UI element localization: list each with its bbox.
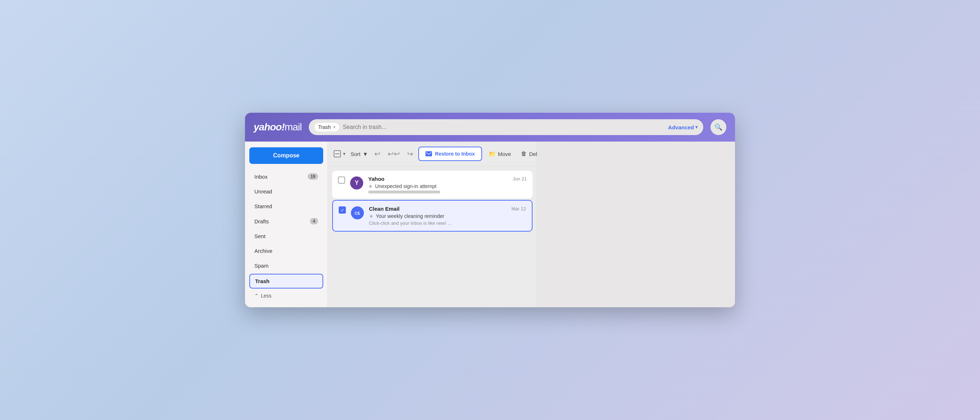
select-all-button[interactable]: ▼ xyxy=(334,150,346,158)
sidebar-item-label: Trash xyxy=(255,278,269,284)
sidebar-item-trash[interactable]: Trash xyxy=(249,274,323,288)
restore-label: Restore to Inbox xyxy=(435,151,474,157)
sidebar-item-label: Inbox xyxy=(255,173,268,180)
chevron-up-icon: ⌃ xyxy=(255,293,259,299)
email-avatar-2: CE xyxy=(351,207,364,220)
move-button[interactable]: 📁 Move xyxy=(485,148,515,160)
email-item-2[interactable]: ✓ CE Clean Email Mar 12 xyxy=(332,200,533,232)
sidebar-item-sent[interactable]: Sent xyxy=(249,229,323,243)
email-content-2: Clean Email Mar 12 ★ Your weekly cleanin… xyxy=(369,206,526,226)
yahoo-mail-logo: yahoo!mail xyxy=(254,121,302,133)
move-label: Move xyxy=(498,151,511,157)
email-subject-1: Unexpected sign-in attempt xyxy=(375,183,436,189)
restore-to-inbox-button[interactable]: Restore to Inbox xyxy=(418,146,482,161)
checkmark-icon: ✓ xyxy=(340,208,344,213)
compose-button[interactable]: Compose xyxy=(249,147,323,164)
sort-button[interactable]: Sort ▼ xyxy=(350,151,368,157)
email-item-1[interactable]: Y Yahoo Jun 21 ★ Unexpected sign-in atte… xyxy=(332,171,533,199)
star-icon-1[interactable]: ★ xyxy=(368,183,373,189)
email-subject-row-1: ★ Unexpected sign-in attempt xyxy=(368,183,527,189)
sidebar-item-label: Drafts xyxy=(255,218,269,224)
email-preview-bar-1 xyxy=(368,191,440,193)
email-avatar-1: Y xyxy=(350,177,363,189)
email-subject-row-2: ★ Your weekly cleaning reminder xyxy=(369,213,526,219)
sidebar-item-label: Archive xyxy=(255,248,272,254)
yahoo-text: yahoo! xyxy=(254,121,285,132)
email-preview-2: Click-click and your Inbox is like new! … xyxy=(369,220,526,226)
star-icon-2[interactable]: ★ xyxy=(369,213,374,219)
search-tag-close[interactable]: × xyxy=(333,125,336,130)
sidebar-item-label: Sent xyxy=(255,233,266,239)
reply-button[interactable]: ↩ xyxy=(372,147,383,160)
search-input[interactable] xyxy=(343,124,664,130)
sidebar-item-archive[interactable]: Archive xyxy=(249,244,323,258)
preview-pane xyxy=(537,142,735,307)
email-sender-2: Clean Email xyxy=(369,206,399,212)
reply-all-button[interactable]: ↩↩ xyxy=(385,147,402,160)
forward-button[interactable]: ↪ xyxy=(405,147,415,160)
email-list: Y Yahoo Jun 21 ★ Unexpected sign-in atte… xyxy=(328,166,537,307)
email-checkbox-1[interactable] xyxy=(338,177,345,184)
mail-text: mail xyxy=(285,121,302,132)
sidebar-item-inbox[interactable]: Inbox 19 xyxy=(249,170,323,183)
toolbar-actions: ↩ ↩↩ ↪ xyxy=(372,146,548,161)
email-header-row-1: Yahoo Jun 21 xyxy=(368,176,527,182)
svg-text:CE: CE xyxy=(355,211,360,215)
sort-chevron-icon: ▼ xyxy=(363,151,368,157)
chevron-down-icon: ▾ xyxy=(695,125,698,130)
restore-icon xyxy=(425,151,432,156)
email-date-1: Jun 21 xyxy=(513,176,527,181)
search-icon: 🔍 xyxy=(714,123,722,131)
main-layout: Compose Inbox 19 Unread Starred Drafts 4… xyxy=(245,142,735,307)
sort-label: Sort xyxy=(350,151,361,157)
email-list-panel: ▼ Sort ▼ ↩ ↩↩ ↪ xyxy=(328,142,537,307)
advanced-label: Advanced xyxy=(668,124,694,130)
reply-icon: ↩ xyxy=(374,150,380,158)
svg-text:Y: Y xyxy=(355,180,359,186)
sidebar: Compose Inbox 19 Unread Starred Drafts 4… xyxy=(245,142,328,307)
header: yahoo!mail Trash × Advanced ▾ 🔍 xyxy=(245,113,735,142)
sidebar-item-drafts[interactable]: Drafts 4 xyxy=(249,214,323,228)
app-window: yahoo!mail Trash × Advanced ▾ 🔍 Compose … xyxy=(245,113,735,307)
email-header-row-2: Clean Email Mar 12 xyxy=(369,206,526,212)
sidebar-item-unread[interactable]: Unread xyxy=(249,185,323,198)
search-bar[interactable]: Trash × Advanced ▾ xyxy=(309,119,703,135)
search-submit-button[interactable]: 🔍 xyxy=(711,119,726,135)
sidebar-item-label: Unread xyxy=(255,188,272,194)
inbox-badge: 19 xyxy=(308,173,318,180)
svg-rect-0 xyxy=(425,151,432,156)
sidebar-item-spam[interactable]: Spam xyxy=(249,259,323,272)
select-all-icon xyxy=(334,150,341,158)
email-checkbox-2[interactable]: ✓ xyxy=(339,207,346,213)
forward-icon: ↪ xyxy=(407,150,413,158)
less-label: Less xyxy=(261,293,272,299)
email-subject-2: Your weekly cleaning reminder xyxy=(376,213,444,219)
search-tag-label: Trash xyxy=(318,124,331,130)
email-content-1: Yahoo Jun 21 ★ Unexpected sign-in attemp… xyxy=(368,176,527,193)
email-date-2: Mar 12 xyxy=(512,206,526,212)
sidebar-less-button[interactable]: ⌃ Less xyxy=(249,290,323,301)
move-icon: 📁 xyxy=(488,151,496,158)
email-sender-1: Yahoo xyxy=(368,176,385,182)
exclamation: ! xyxy=(282,121,284,132)
drafts-badge: 4 xyxy=(310,218,318,224)
reply-all-icon: ↩↩ xyxy=(388,150,400,158)
trash-icon: 🗑 xyxy=(521,151,527,157)
search-tag-trash[interactable]: Trash × xyxy=(315,123,339,132)
sidebar-item-label: Spam xyxy=(255,262,269,269)
select-all-chevron: ▼ xyxy=(342,152,346,156)
advanced-button[interactable]: Advanced ▾ xyxy=(668,124,698,130)
sidebar-item-label: Starred xyxy=(255,203,272,209)
toolbar: ▼ Sort ▼ ↩ ↩↩ ↪ xyxy=(328,142,537,166)
sidebar-item-starred[interactable]: Starred xyxy=(249,200,323,213)
